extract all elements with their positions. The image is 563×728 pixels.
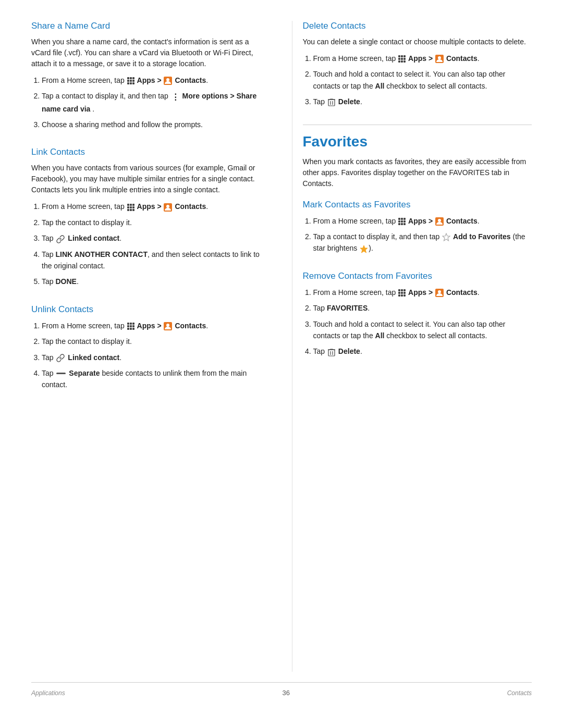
list-item: Tap Linked contact. <box>42 232 261 244</box>
apps-label: Apps > <box>408 217 433 225</box>
delete-contacts-steps: From a Home screen, tap Apps > Contacts. <box>313 53 532 108</box>
svg-rect-8 <box>328 100 335 106</box>
linked-contact-label: Linked contact <box>68 353 119 362</box>
favorites-title: Favorites <box>303 125 532 150</box>
section-share-name-card: Share a Name Card When you share a name … <box>31 21 261 130</box>
contacts-icon <box>164 322 172 330</box>
contacts-icon <box>164 77 172 85</box>
unlink-contacts-steps: From a Home screen, tap Apps > Contacts. <box>42 320 261 391</box>
apps-grid-icon <box>127 204 134 211</box>
page: Share a Name Card When you share a name … <box>0 0 563 728</box>
mark-favorites-steps: From a Home screen, tap Apps > Conta <box>313 215 532 254</box>
svg-point-3 <box>166 205 169 208</box>
trash-icon <box>328 348 335 356</box>
list-item: Tap the contact to display it. <box>42 217 261 228</box>
list-item: Tap Delete. <box>313 96 532 107</box>
list-item: Choose a sharing method and follow the p… <box>42 119 261 130</box>
list-item: From a Home screen, tap Apps > Contacts. <box>42 75 261 86</box>
link-contacts-steps: From a Home screen, tap Apps > Contacts. <box>42 201 261 287</box>
section-unlink-contacts: Unlink Contacts From a Home screen, tap … <box>31 304 261 391</box>
footer-page-number: 36 <box>282 689 289 697</box>
right-column: Delete Contacts You can delete a single … <box>292 21 532 672</box>
svg-point-5 <box>166 324 169 327</box>
section-link-contacts: Link Contacts When you have contacts fro… <box>31 147 261 287</box>
list-item: Tap FAVORITES. <box>313 302 532 314</box>
svg-marker-15 <box>360 245 368 253</box>
list-item: Tap a contact to display it, and then ta… <box>313 231 532 254</box>
list-item: From a Home screen, tap Apps > Contacts. <box>42 320 261 331</box>
svg-point-7 <box>438 56 441 59</box>
list-item: Tap the contact to display it. <box>42 336 261 347</box>
contacts-label: Contacts <box>175 76 206 84</box>
list-item: Tap a contact to display it, and then ta… <box>42 90 261 115</box>
footer-right: Contacts <box>507 689 532 697</box>
contacts-label: Contacts <box>446 54 478 63</box>
delete-contacts-title: Delete Contacts <box>303 21 532 31</box>
contacts-label: Contacts <box>446 288 478 297</box>
list-item: From a Home screen, tap Apps > Contacts. <box>313 53 532 64</box>
list-item: Tap Separate beside contacts to unlink t… <box>42 367 261 391</box>
star-filled-icon <box>360 245 368 253</box>
linked-contact-label: Linked contact <box>68 234 119 242</box>
svg-point-1 <box>166 78 169 81</box>
favorites-tab-label: FAVORITES <box>327 304 368 312</box>
apps-grid-icon <box>127 77 134 84</box>
mark-favorites-title: Mark Contacts as Favorites <box>303 200 532 210</box>
section-favorites: Favorites When you mark contacts as favo… <box>303 125 532 357</box>
link-icon <box>56 235 65 243</box>
section-delete-contacts: Delete Contacts You can delete a single … <box>303 21 532 108</box>
all-label: All <box>375 82 385 90</box>
section-remove-favorites: Remove Contacts from Favorites From a Ho… <box>303 271 532 357</box>
list-item: Touch and hold a contact to select it. Y… <box>313 318 532 342</box>
remove-favorites-title: Remove Contacts from Favorites <box>303 271 532 281</box>
svg-rect-18 <box>328 350 335 356</box>
contacts-icon <box>164 203 172 212</box>
list-item: Tap DONE. <box>42 276 261 287</box>
share-name-card-title: Share a Name Card <box>31 21 261 31</box>
delete-label: Delete <box>338 347 360 355</box>
delete-label: Delete <box>338 97 360 106</box>
share-name-card-intro: When you share a name card, the contact'… <box>31 36 261 69</box>
list-item: From a Home screen, tap Apps > Contacts. <box>42 201 261 212</box>
svg-point-13 <box>438 219 441 222</box>
apps-grid-icon <box>398 289 406 297</box>
contacts-label: Contacts <box>175 202 206 211</box>
add-to-favorites-label: Add to Favorites <box>453 232 510 241</box>
apps-label: Apps > <box>137 202 162 211</box>
list-item: Tap Delete. <box>313 346 532 357</box>
delete-contacts-intro: You can delete a single contact or choos… <box>303 36 532 47</box>
contacts-label: Contacts <box>446 217 478 225</box>
remove-favorites-steps: From a Home screen, tap Apps > Conta <box>313 287 532 357</box>
contacts-label: Contacts <box>175 322 206 330</box>
link-contacts-title: Link Contacts <box>31 147 261 157</box>
list-item: Touch and hold a contact to select it. Y… <box>313 68 532 92</box>
list-item: Tap LINK ANOTHER CONTACT, and then selec… <box>42 249 261 272</box>
page-footer: Applications 36 Contacts <box>31 682 532 697</box>
list-item: Tap Linked contact. <box>42 352 261 363</box>
apps-grid-icon <box>127 323 134 330</box>
trash-icon <box>328 98 335 106</box>
unlink-contacts-title: Unlink Contacts <box>31 304 261 315</box>
footer-left: Applications <box>31 689 65 697</box>
svg-marker-14 <box>443 233 450 241</box>
favorites-intro: When you mark contacts as favorites, the… <box>303 156 532 189</box>
separate-label: Separate <box>69 369 100 377</box>
apps-label: Apps > <box>137 322 162 330</box>
link-icon <box>56 354 65 362</box>
link-another-label: LINK ANOTHER CONTACT <box>55 250 148 258</box>
apps-label: Apps > <box>408 288 433 297</box>
apps-label: Apps > <box>408 54 433 63</box>
apps-grid-icon <box>398 218 406 225</box>
apps-label: Apps > <box>137 76 162 84</box>
contacts-icon <box>435 289 444 297</box>
contacts-icon <box>435 217 444 226</box>
section-mark-favorites: Mark Contacts as Favorites From a Home s… <box>303 200 532 254</box>
link-contacts-intro: When you have contacts from various sour… <box>31 163 261 195</box>
more-options-label: ⋮ More options > Share name card via <box>42 92 256 113</box>
contacts-icon <box>435 55 444 63</box>
star-empty-icon <box>442 233 450 241</box>
done-label: DONE <box>55 277 76 286</box>
separate-icon <box>56 373 66 374</box>
list-item: From a Home screen, tap Apps > Conta <box>313 215 532 227</box>
content-columns: Share a Name Card When you share a name … <box>31 21 532 672</box>
